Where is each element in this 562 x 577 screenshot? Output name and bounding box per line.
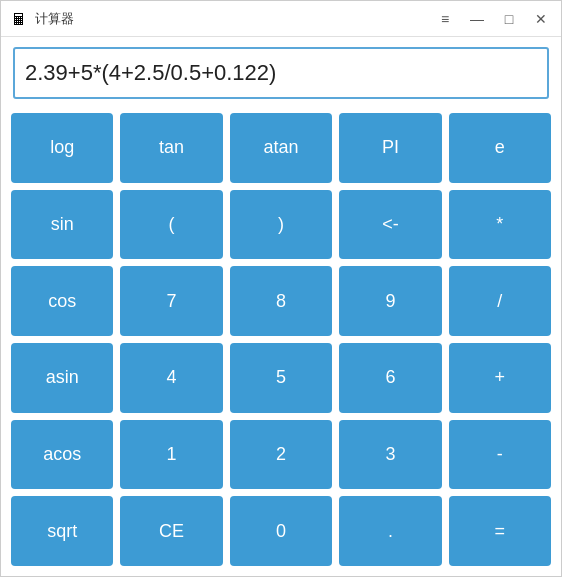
maximize-button[interactable]: □: [499, 9, 519, 29]
button-row-1: sin()<-*: [11, 190, 551, 260]
btn-multiply[interactable]: *: [449, 190, 551, 260]
btn-three[interactable]: 3: [339, 420, 441, 490]
btn-divide[interactable]: /: [449, 266, 551, 336]
btn-six[interactable]: 6: [339, 343, 441, 413]
btn-one[interactable]: 1: [120, 420, 222, 490]
display-value: 2.39+5*(4+2.5/0.5+0.122): [25, 60, 276, 86]
btn-log[interactable]: log: [11, 113, 113, 183]
btn-close-paren[interactable]: ): [230, 190, 332, 260]
btn-pi[interactable]: PI: [339, 113, 441, 183]
btn-tan[interactable]: tan: [120, 113, 222, 183]
btn-minus[interactable]: -: [449, 420, 551, 490]
buttons-area: logtanatanPIesin()<-*cos789/asin456+acos…: [1, 107, 561, 576]
btn-backspace[interactable]: <-: [339, 190, 441, 260]
button-row-3: asin456+: [11, 343, 551, 413]
btn-decimal[interactable]: .: [339, 496, 441, 566]
btn-asin[interactable]: asin: [11, 343, 113, 413]
btn-ce[interactable]: CE: [120, 496, 222, 566]
app-icon: 🖩: [11, 11, 27, 27]
btn-seven[interactable]: 7: [120, 266, 222, 336]
btn-atan[interactable]: atan: [230, 113, 332, 183]
btn-eight[interactable]: 8: [230, 266, 332, 336]
btn-equals[interactable]: =: [449, 496, 551, 566]
minimize-button[interactable]: —: [467, 9, 487, 29]
btn-four[interactable]: 4: [120, 343, 222, 413]
btn-sin[interactable]: sin: [11, 190, 113, 260]
btn-plus[interactable]: +: [449, 343, 551, 413]
button-row-4: acos123-: [11, 420, 551, 490]
title-bar-left: 🖩 计算器: [11, 10, 74, 28]
btn-nine[interactable]: 9: [339, 266, 441, 336]
close-button[interactable]: ✕: [531, 9, 551, 29]
button-row-2: cos789/: [11, 266, 551, 336]
btn-acos[interactable]: acos: [11, 420, 113, 490]
title-bar: 🖩 计算器 ≡ — □ ✕: [1, 1, 561, 37]
btn-five[interactable]: 5: [230, 343, 332, 413]
calculator-window: 🖩 计算器 ≡ — □ ✕ 2.39+5*(4+2.5/0.5+0.122) l…: [0, 0, 562, 577]
btn-zero[interactable]: 0: [230, 496, 332, 566]
btn-sqrt[interactable]: sqrt: [11, 496, 113, 566]
btn-e[interactable]: e: [449, 113, 551, 183]
menu-button[interactable]: ≡: [435, 9, 455, 29]
button-row-5: sqrtCE0.=: [11, 496, 551, 566]
title-bar-controls: ≡ — □ ✕: [435, 9, 551, 29]
window-title: 计算器: [35, 10, 74, 28]
btn-cos[interactable]: cos: [11, 266, 113, 336]
button-row-0: logtanatanPIe: [11, 113, 551, 183]
display: 2.39+5*(4+2.5/0.5+0.122): [13, 47, 549, 99]
btn-two[interactable]: 2: [230, 420, 332, 490]
btn-open-paren[interactable]: (: [120, 190, 222, 260]
